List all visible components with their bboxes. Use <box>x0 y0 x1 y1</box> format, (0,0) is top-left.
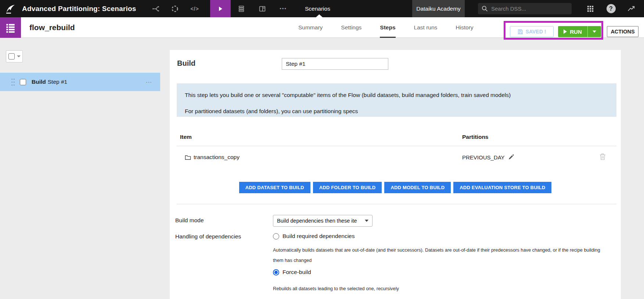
folder-icon <box>185 155 191 160</box>
flow-icon[interactable] <box>146 0 165 17</box>
select-all-steps-control[interactable] <box>6 50 23 62</box>
scenario-steps-icon[interactable] <box>0 17 21 38</box>
add-buttons-row: ADD DATASET TO BUILD ADD FOLDER TO BUILD… <box>170 182 621 193</box>
run-split-button: RUN <box>558 26 601 37</box>
play-icon <box>564 29 567 34</box>
add-dataset-to-build-button[interactable]: ADD DATASET TO BUILD <box>239 182 310 193</box>
build-mode-select[interactable]: Build dependencies then these ite <box>273 215 373 227</box>
option-help-text: Automatically builds datasets that are o… <box>273 245 610 265</box>
add-folder-to-build-button[interactable]: ADD FOLDER TO BUILD <box>313 182 382 193</box>
page-title: flow_rebuild <box>29 17 75 38</box>
tab-history[interactable]: History <box>456 17 473 38</box>
handling-of-dependencies-label: Handling of dependencies <box>175 233 241 240</box>
info-line: For partitioned datasets (and folders), … <box>185 103 616 119</box>
build-mode-label: Build mode <box>175 217 204 224</box>
dashboard-icon[interactable] <box>252 0 273 17</box>
radio-option-force-build[interactable]: Force-build <box>273 269 311 275</box>
tab-steps[interactable]: Steps <box>380 17 395 38</box>
actions-button[interactable]: ACTIONS <box>607 26 638 37</box>
chevron-down-icon <box>17 55 21 57</box>
option-help-text: Rebuilds all datasets leading to the sel… <box>273 284 610 294</box>
top-navbar: Advanced Partitioning: Scenarios </> <box>0 0 644 17</box>
add-model-to-build-button[interactable]: ADD MODEL TO BUILD <box>384 182 451 193</box>
info-line: This step lets you build one or several … <box>185 87 616 103</box>
tab-settings[interactable]: Settings <box>341 17 361 38</box>
jobs-icon[interactable] <box>231 0 252 17</box>
chevron-down-icon <box>593 30 596 33</box>
search-box[interactable] <box>478 3 572 14</box>
step-list-item-build-step-1[interactable]: BuildStep #1 ··· <box>0 73 160 91</box>
table-divider <box>177 146 616 146</box>
build-mode-value: Build dependencies then these ite <box>277 218 361 224</box>
dataiku-logo-icon[interactable] <box>4 3 16 15</box>
project-title: Advanced Partitioning: Scenarios <box>22 0 136 17</box>
apps-grid-icon[interactable] <box>584 0 596 17</box>
code-icon[interactable]: </> <box>184 0 205 17</box>
column-header-item: Item <box>180 134 192 140</box>
radio-option-build-required-dependencies[interactable]: Build required dependencies <box>273 233 355 239</box>
search-icon <box>482 6 488 12</box>
step-info-box: This step lets you build one or several … <box>177 83 616 117</box>
step-item-label: BuildStep #1 <box>32 79 67 85</box>
saved-button[interactable]: SAVED ! <box>510 26 554 37</box>
select-all-checkbox[interactable] <box>8 53 15 60</box>
search-input[interactable] <box>491 6 565 12</box>
lab-icon[interactable] <box>165 0 184 17</box>
active-section-caret <box>316 14 323 17</box>
column-header-partitions: Partitions <box>462 134 488 140</box>
scenario-tabs: Summary Settings Steps Last runs History <box>298 17 474 38</box>
step-settings-panel: Build This step lets you build one or se… <box>170 50 621 299</box>
step-more-menu[interactable]: ··· <box>146 79 152 85</box>
add-evaluation-store-to-build-button[interactable]: ADD EVALUATION STORE TO BUILD <box>453 182 551 193</box>
run-button[interactable]: RUN <box>558 26 588 37</box>
partitions-cell: PREVIOUS_DAY <box>462 152 514 163</box>
tab-summary[interactable]: Summary <box>298 17 323 38</box>
save-icon <box>518 29 523 35</box>
section-divider <box>177 204 616 204</box>
drag-handle-icon[interactable] <box>11 78 15 86</box>
item-cell: transactions_copy <box>185 152 240 163</box>
dataiku-academy-button[interactable]: Dataiku Academy <box>412 0 465 17</box>
trash-icon[interactable] <box>600 153 606 160</box>
more-icon[interactable]: ••• <box>273 0 294 17</box>
trend-monitoring-icon[interactable] <box>625 0 637 17</box>
radio-unselected-icon[interactable] <box>273 233 279 239</box>
help-icon[interactable]: ? <box>605 0 617 17</box>
navbar-icon-group: </> ••• <box>146 0 294 17</box>
step-name-input[interactable] <box>282 58 388 70</box>
step-checkbox[interactable] <box>20 79 26 85</box>
partitions-value: PREVIOUS_DAY <box>462 154 505 161</box>
item-name[interactable]: transactions_copy <box>194 154 240 161</box>
radio-selected-icon[interactable] <box>273 269 279 275</box>
scenario-header: flow_rebuild Summary Settings Steps Last… <box>0 17 644 38</box>
step-type-title: Build <box>177 59 195 68</box>
edit-pencil-icon[interactable] <box>508 154 514 160</box>
scenarios-section-icon[interactable] <box>210 0 231 17</box>
tab-last-runs[interactable]: Last runs <box>414 17 438 38</box>
table-row: transactions_copy PREVIOUS_DAY <box>170 152 621 163</box>
chevron-down-icon <box>365 220 368 222</box>
run-options-caret[interactable] <box>588 26 601 37</box>
